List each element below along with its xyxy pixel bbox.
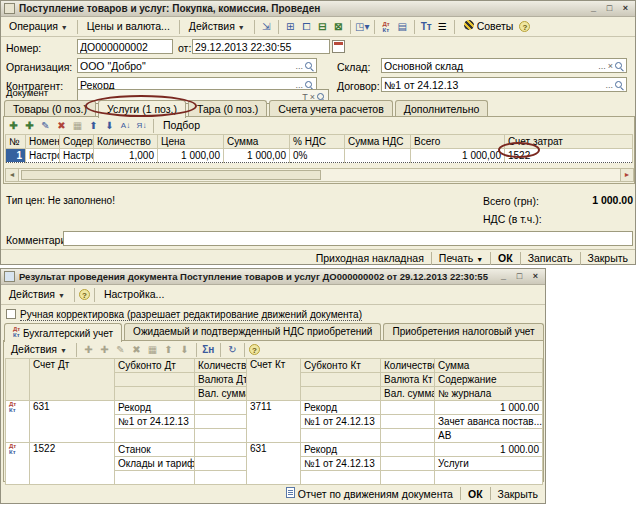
operation-menu[interactable]: Операция ▼ xyxy=(4,19,73,34)
sort-desc-icon[interactable]: Я↓ xyxy=(134,119,149,133)
add-row-icon[interactable]: ✚ xyxy=(6,119,21,133)
scroll-left-icon[interactable]: ◄ xyxy=(6,169,19,181)
entries-grid-toolbar: Действия ▼ ✚ ✚ ✎ ✖ ▦ ⬆ ⬇ Σн ↻ ? xyxy=(4,341,543,358)
post-document-icon[interactable]: ⇲ xyxy=(259,20,274,34)
organization-input[interactable]: ООО "Добро" ... xyxy=(77,58,317,73)
invoice-button[interactable]: Приходная накладная xyxy=(310,250,430,266)
window2-buttons: Отчет по движениям документа ОК Закрыть xyxy=(1,485,544,502)
actions-menu[interactable]: Действия ▼ xyxy=(4,287,70,302)
copy-row-icon[interactable]: ✚ xyxy=(22,119,37,133)
window1-titlebar[interactable]: Поступление товаров и услуг: Покупка, ко… xyxy=(1,1,635,17)
window2-title: Результат проведения документа Поступлен… xyxy=(19,271,493,282)
delete-row-icon[interactable]: ✖ xyxy=(54,119,69,133)
tab-accounting[interactable]: ДтКт Бухгалтерский учет xyxy=(4,323,122,342)
entry-row-1[interactable]: ДтКт 631 Рекорд 3711 Рекорд 1 000.00 xyxy=(6,401,543,415)
report-icon xyxy=(286,487,295,498)
dtkt-icon: ДтКт xyxy=(9,443,16,455)
maximize-icon[interactable]: □ xyxy=(603,3,616,14)
organization-label: Организация: xyxy=(6,61,72,73)
date-input[interactable]: 29.12.2013 22:30:55 xyxy=(192,39,330,54)
copy-window-icon[interactable]: ⧠ xyxy=(299,20,314,34)
print-button[interactable]: Печать ▼ xyxy=(433,250,489,266)
dtkt-movements-icon[interactable]: ДтКт xyxy=(379,20,394,34)
edit-row-icon[interactable]: ✎ xyxy=(38,119,53,133)
close-button[interactable]: Закрыть xyxy=(582,250,634,266)
calendar-icon[interactable] xyxy=(332,40,345,53)
number-label: Номер: xyxy=(6,42,41,54)
structure-report-icon[interactable]: ⊟ xyxy=(315,20,330,34)
structure-report2-icon[interactable]: ⊠ xyxy=(331,20,346,34)
contract-select-icon[interactable]: ... xyxy=(604,79,614,91)
comment-input[interactable] xyxy=(63,231,633,246)
document-window-icon xyxy=(4,3,15,14)
grid-settings-icon[interactable]: ▦ xyxy=(70,119,85,133)
scroll-thumb[interactable] xyxy=(21,170,321,180)
posting-result-window: Результат проведения документа Поступлен… xyxy=(0,268,546,504)
grid-settings-icon[interactable]: ▦ xyxy=(145,343,160,357)
dtkt-icon: ДтКт xyxy=(9,401,16,413)
sort-asc-icon[interactable]: А↓ xyxy=(118,119,133,133)
reread-icon[interactable]: ⊞ xyxy=(283,20,298,34)
manual-adjustment-label[interactable]: Ручная корректировка (разрешает редактир… xyxy=(20,309,362,321)
copy-row-icon[interactable]: ✚ xyxy=(97,343,112,357)
close-icon[interactable]: × xyxy=(619,3,632,14)
add-row-icon[interactable]: ✚ xyxy=(81,343,96,357)
bee-icon xyxy=(464,20,474,30)
warehouse-input[interactable]: Основной склад ...× xyxy=(381,58,627,73)
ok-button[interactable]: ОК xyxy=(462,486,489,502)
move-up-icon[interactable]: ⬆ xyxy=(86,119,101,133)
services-row-1[interactable]: 1 Настро... Настро... 1,000 1 000,00 1 0… xyxy=(6,149,633,163)
number-input[interactable]: ДО000000002 xyxy=(77,39,173,54)
price-type-status: Тип цен: Не заполнено! xyxy=(6,195,115,206)
services-header-row: №Номенк...Содерж... КоличествоЦенаСумма … xyxy=(6,135,633,149)
delete-row-icon[interactable]: ✖ xyxy=(129,343,144,357)
ok-button[interactable]: ОК xyxy=(492,250,519,266)
contractor-open-icon[interactable] xyxy=(304,80,314,90)
entry-row-2[interactable]: ДтКт 1522 Станок 631 Рекорд 1 000.00 xyxy=(6,443,543,457)
window2-titlebar[interactable]: Результат проведения документа Поступлен… xyxy=(1,269,545,285)
grid-actions-menu[interactable]: Действия ▼ xyxy=(6,342,72,357)
warehouse-select-icon[interactable]: ... xyxy=(597,60,607,72)
help-icon[interactable]: ? xyxy=(249,344,260,355)
refresh-icon[interactable]: ↻ xyxy=(225,343,240,357)
move-up-icon[interactable]: ⬆ xyxy=(161,343,176,357)
services-tab-panel: ✚ ✚ ✎ ✖ ▦ ⬆ ⬇ А↓ Я↓ Подбор №Номенк...Сод… xyxy=(3,116,635,184)
contract-input[interactable]: №1 от 24.12.13 ... xyxy=(381,77,627,92)
total-label: Всего (грн): xyxy=(483,195,539,207)
journal-list-icon[interactable]: ☰ xyxy=(435,20,450,34)
vat-label: НДС (в т.ч.): xyxy=(483,213,542,225)
warehouse-clear-icon[interactable]: × xyxy=(607,60,614,72)
warehouse-open-icon[interactable] xyxy=(614,61,624,71)
actions-menu[interactable]: Действия ▼ xyxy=(184,19,250,34)
advices-button[interactable]: Советы xyxy=(459,19,519,34)
save-button[interactable]: Записать xyxy=(522,250,579,266)
settings-button[interactable]: Настройка... xyxy=(99,287,169,302)
prices-currency-button[interactable]: Цены и валюта... xyxy=(82,19,175,34)
minimize-icon[interactable]: _ xyxy=(497,271,510,282)
close-button[interactable]: Закрыть xyxy=(492,486,544,502)
tab-services[interactable]: Услуги (1 поз.) xyxy=(98,100,186,118)
edit-row-icon[interactable]: ✎ xyxy=(113,343,128,357)
text-icon[interactable]: Тт xyxy=(419,20,434,34)
file-export-icon[interactable]: ◳▾ xyxy=(355,20,370,34)
pick-button[interactable]: Подбор xyxy=(158,118,205,133)
services-table: №Номенк...Содерж... КоличествоЦенаСумма … xyxy=(5,134,633,163)
total-value: 1 000.00 xyxy=(561,194,633,206)
move-down-icon[interactable]: ⬇ xyxy=(177,343,192,357)
help-icon[interactable]: ? xyxy=(79,289,90,300)
close-icon[interactable]: × xyxy=(529,271,542,282)
movements-report-button[interactable]: Отчет по движениям документа xyxy=(280,485,459,502)
totals-icon[interactable]: Σн xyxy=(201,343,216,357)
scroll-right-icon[interactable]: ► xyxy=(620,169,633,181)
help-icon[interactable]: ? xyxy=(519,21,530,32)
services-hscrollbar[interactable]: ◄ ► xyxy=(5,168,634,182)
org-open-icon[interactable] xyxy=(304,61,314,71)
maximize-icon[interactable]: □ xyxy=(513,271,526,282)
manual-adjustment-checkbox[interactable] xyxy=(6,309,16,319)
dtkt-icon: ДтКт xyxy=(13,326,20,338)
org-select-icon[interactable]: ... xyxy=(294,60,304,72)
related-docs-icon[interactable]: ▤ xyxy=(395,20,410,34)
contract-open-icon[interactable] xyxy=(614,80,624,90)
move-down-icon[interactable]: ⬇ xyxy=(102,119,117,133)
minimize-icon[interactable]: _ xyxy=(587,3,600,14)
